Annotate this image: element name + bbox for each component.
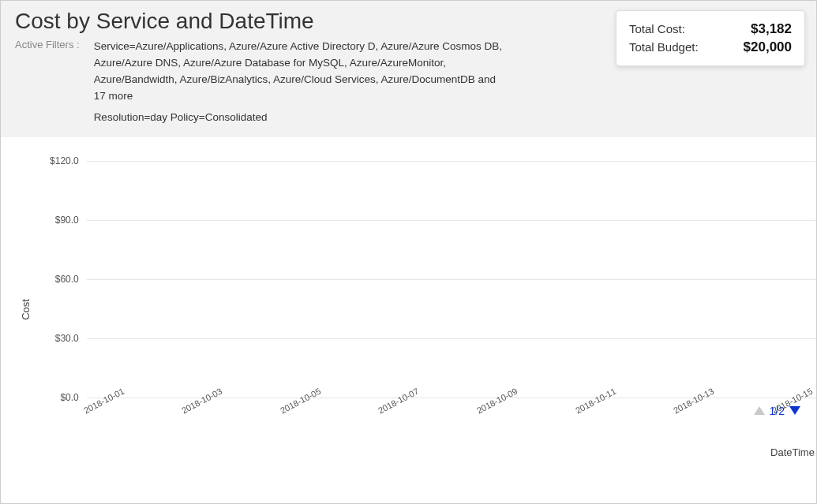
- pager-next-icon[interactable]: [789, 406, 800, 415]
- y-axis: $0.0$30.0$60.0$90.0$120.0: [44, 161, 84, 398]
- chart-area: Cost $0.0$30.0$60.0$90.0$120.0 2018-10-0…: [1, 137, 816, 466]
- report-frame: { "header": { "title": "Cost by Service …: [0, 0, 817, 504]
- y-axis-label-wrap: Cost: [15, 161, 36, 458]
- active-filters: Active Filters : Service=Azure/Applicati…: [15, 39, 504, 126]
- total-budget-label: Total Budget:: [629, 40, 699, 54]
- total-cost-label: Total Cost:: [629, 22, 685, 35]
- total-cost-value: $3,182: [751, 21, 792, 37]
- y-axis-label: Cost: [20, 299, 32, 320]
- y-tick: $120.0: [50, 155, 79, 166]
- summary-budget-row: Total Budget: $20,000: [629, 39, 792, 55]
- summary-cost-row: Total Cost: $3,182: [629, 21, 792, 37]
- report-header: Cost by Service and DateTime Active Filt…: [1, 1, 816, 137]
- x-axis-label: DateTime: [36, 446, 817, 458]
- chart-bars: [87, 161, 817, 398]
- filters-text-line2: Resolution=day Policy=Consolidated: [94, 110, 504, 126]
- legend-pager: 1/2: [754, 405, 800, 417]
- filters-label: Active Filters :: [15, 39, 80, 50]
- filters-text-block: Service=Azure/Applications, Azure/Azure …: [94, 39, 504, 126]
- chart-plot[interactable]: $0.0$30.0$60.0$90.0$120.0: [44, 161, 817, 398]
- y-tick: $60.0: [55, 274, 79, 285]
- y-tick: $30.0: [55, 333, 79, 344]
- pager-prev-icon[interactable]: [754, 406, 765, 415]
- pager-text: 1/2: [770, 405, 785, 417]
- summary-box: Total Cost: $3,182 Total Budget: $20,000: [616, 10, 805, 66]
- filters-text: Service=Azure/Applications, Azure/Azure …: [94, 39, 504, 105]
- total-budget-value: $20,000: [744, 39, 792, 55]
- x-axis: 2018-10-012018-10-022018-10-032018-10-04…: [79, 402, 817, 434]
- y-tick: $90.0: [55, 215, 79, 226]
- y-tick: $0.0: [60, 392, 78, 403]
